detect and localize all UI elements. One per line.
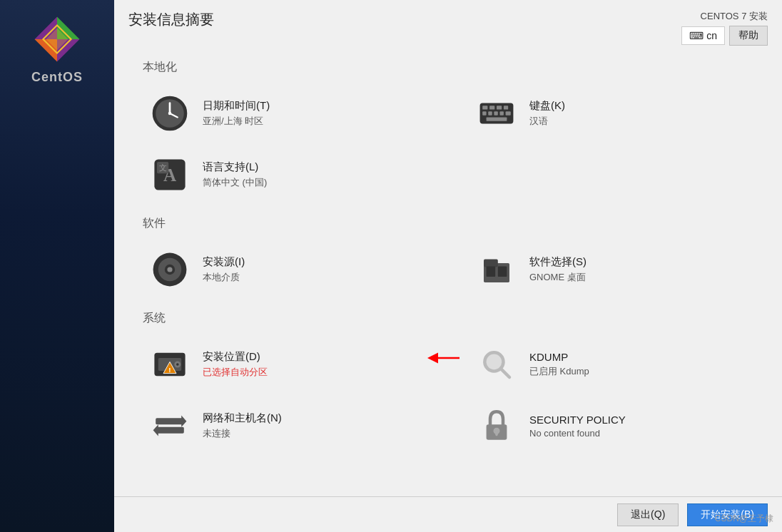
item-datetime[interactable]: 日期和时间(T) 亚洲/上海 时区 bbox=[143, 86, 427, 140]
svg-text:!: ! bbox=[168, 366, 171, 374]
item-install-dest[interactable]: ! 安装位置(D) 已选择自动分区 bbox=[143, 337, 427, 392]
datetime-desc: 亚洲/上海 时区 bbox=[203, 115, 270, 128]
install-source-text: 安装源(I) 本地介质 bbox=[203, 255, 245, 284]
svg-rect-31 bbox=[484, 260, 498, 267]
svg-rect-32 bbox=[487, 267, 496, 277]
network-desc: 未连接 bbox=[203, 427, 282, 440]
security-text: SECURITY POLICY No content found bbox=[529, 414, 626, 439]
svg-point-29 bbox=[167, 267, 172, 272]
svg-rect-16 bbox=[482, 111, 486, 115]
section-system: 系统 ! bbox=[143, 311, 753, 453]
item-security[interactable]: SECURITY POLICY No content found bbox=[469, 399, 753, 453]
install-source-name: 安装源(I) bbox=[203, 255, 245, 269]
system-grid: ! 安装位置(D) 已选择自动分区 bbox=[143, 337, 753, 453]
language-text: 语言支持(L) 简体中文 (中国) bbox=[203, 160, 267, 189]
top-right-area: CENTOS 7 安装 ⌨ cn 帮助 bbox=[681, 10, 768, 46]
svg-rect-51 bbox=[495, 431, 498, 436]
install-dest-name: 安装位置(D) bbox=[203, 350, 268, 364]
install-label: CENTOS 7 安装 bbox=[701, 10, 768, 23]
empty-cell-1 bbox=[469, 148, 753, 202]
security-desc: No content found bbox=[529, 428, 626, 439]
install-dest-icon: ! bbox=[148, 343, 191, 386]
item-keyboard[interactable]: 键盘(K) 汉语 bbox=[469, 86, 753, 140]
network-text: 网络和主机名(N) 未连接 bbox=[203, 411, 282, 440]
software-selection-desc: GNOME 桌面 bbox=[529, 271, 586, 284]
centos-logo-icon bbox=[32, 14, 82, 64]
svg-rect-14 bbox=[497, 106, 502, 109]
centos-logo: CentOS bbox=[31, 14, 83, 85]
keyboard-desc: 汉语 bbox=[529, 115, 565, 128]
datetime-text: 日期和时间(T) 亚洲/上海 时区 bbox=[203, 99, 270, 128]
software-grid: 安装源(I) 本地介质 bbox=[143, 242, 753, 297]
localization-grid: 日期和时间(T) 亚洲/上海 时区 bbox=[143, 86, 753, 202]
svg-rect-17 bbox=[488, 111, 492, 115]
network-icon bbox=[148, 404, 191, 447]
keyboard-name: 键盘(K) bbox=[529, 99, 565, 113]
kdump-text: KDUMP 已启用 Kdump bbox=[529, 351, 589, 378]
help-button[interactable]: 帮助 bbox=[729, 26, 768, 46]
section-localization: 本地化 日期和时间(T) 亚洲/ bbox=[143, 60, 753, 202]
svg-point-10 bbox=[168, 112, 172, 116]
svg-rect-33 bbox=[498, 267, 507, 277]
software-selection-icon bbox=[475, 248, 518, 291]
svg-marker-46 bbox=[181, 416, 186, 427]
install-dest-desc: 已选择自动分区 bbox=[203, 366, 268, 379]
datetime-name: 日期和时间(T) bbox=[203, 99, 270, 113]
svg-rect-45 bbox=[156, 418, 184, 424]
content-area: 本地化 日期和时间(T) 亚洲/ bbox=[114, 53, 782, 496]
svg-marker-48 bbox=[153, 424, 158, 436]
security-icon bbox=[475, 404, 518, 447]
item-network[interactable]: 网络和主机名(N) 未连接 bbox=[143, 399, 427, 453]
svg-rect-12 bbox=[482, 106, 487, 109]
svg-rect-21 bbox=[487, 117, 507, 121]
section-label-software: 软件 bbox=[143, 216, 753, 231]
install-source-icon bbox=[148, 248, 191, 291]
section-label-localization: 本地化 bbox=[143, 60, 753, 75]
svg-point-37 bbox=[176, 363, 179, 366]
keyboard-icon-small: ⌨ bbox=[689, 30, 704, 41]
datetime-icon bbox=[148, 92, 191, 135]
keyboard-value: cn bbox=[706, 30, 717, 41]
network-name: 网络和主机名(N) bbox=[203, 411, 282, 425]
quit-button[interactable]: 退出(Q) bbox=[617, 503, 679, 526]
main-content: 安装信息摘要 CENTOS 7 安装 ⌨ cn 帮助 本地化 bbox=[114, 0, 782, 532]
item-kdump[interactable]: KDUMP 已启用 Kdump bbox=[469, 337, 753, 392]
svg-rect-20 bbox=[506, 111, 511, 115]
item-language[interactable]: A 文 语言支持(L) 简体中文 (中国) bbox=[143, 148, 427, 202]
language-name: 语言支持(L) bbox=[203, 160, 267, 174]
svg-rect-18 bbox=[494, 111, 497, 115]
keyboard-text: 键盘(K) 汉语 bbox=[529, 99, 565, 128]
install-source-desc: 本地介质 bbox=[203, 271, 245, 284]
svg-rect-13 bbox=[489, 106, 494, 109]
keyboard-icon bbox=[475, 92, 518, 135]
sidebar: CentOS bbox=[0, 0, 114, 532]
svg-text:文: 文 bbox=[159, 163, 167, 172]
section-label-system: 系统 bbox=[143, 311, 753, 326]
install-dest-text: 安装位置(D) 已选择自动分区 bbox=[203, 350, 268, 379]
logo-text: CentOS bbox=[31, 70, 83, 85]
keyboard-input[interactable]: ⌨ cn bbox=[681, 26, 725, 45]
topbar: 安装信息摘要 CENTOS 7 安装 ⌨ cn 帮助 bbox=[114, 0, 782, 53]
red-arrow-annotation bbox=[425, 347, 461, 372]
svg-point-43 bbox=[487, 354, 502, 370]
svg-rect-47 bbox=[156, 427, 184, 434]
item-software-selection[interactable]: 软件选择(S) GNOME 桌面 bbox=[469, 242, 753, 297]
svg-line-44 bbox=[501, 369, 509, 377]
kdump-desc: 已启用 Kdump bbox=[529, 365, 589, 378]
page-title: 安装信息摘要 bbox=[128, 10, 214, 29]
security-name: SECURITY POLICY bbox=[529, 414, 626, 426]
bottombar: 退出(Q) 开始安装(B) bbox=[114, 496, 782, 532]
kdump-name: KDUMP bbox=[529, 351, 589, 363]
language-desc: 简体中文 (中国) bbox=[203, 176, 267, 189]
svg-rect-15 bbox=[504, 106, 508, 109]
item-install-source[interactable]: 安装源(I) 本地介质 bbox=[143, 242, 427, 297]
section-software: 软件 安装源(I) 本地介质 bbox=[143, 216, 753, 297]
svg-rect-19 bbox=[500, 111, 504, 115]
kdump-icon bbox=[475, 343, 518, 386]
language-icon: A 文 bbox=[148, 153, 191, 196]
software-selection-text: 软件选择(S) GNOME 桌面 bbox=[529, 255, 586, 284]
software-selection-name: 软件选择(S) bbox=[529, 255, 586, 269]
watermark: CSDN@王予棣 bbox=[715, 513, 773, 525]
